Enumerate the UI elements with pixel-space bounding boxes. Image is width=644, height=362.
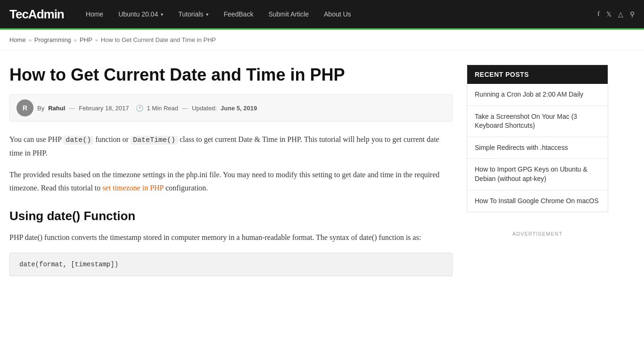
recent-posts-box: RECENT POSTS Running a Cron Job at 2:00 … [467, 65, 608, 212]
nav-home[interactable]: Home [78, 0, 111, 28]
nav-ubuntu[interactable]: Ubuntu 20.04 ▾ [111, 0, 171, 28]
meta-by: By [37, 105, 44, 112]
article-content: You can use PHP date() function or DateT… [9, 133, 453, 276]
nav-submit-article[interactable]: Submit Article [261, 0, 316, 28]
meta-separator: — [182, 105, 188, 112]
section1-p1: PHP date() function converts the timesta… [9, 231, 453, 244]
code-block-1: date(format, [timestamp]) [9, 253, 453, 276]
nav-feedback[interactable]: FeedBack [216, 0, 261, 28]
article-intro1: You can use PHP date() function or DateT… [9, 133, 453, 160]
twitter-icon[interactable]: 𝕏 [606, 10, 611, 18]
breadcrumb-sep: » [95, 37, 98, 43]
article-title: How to Get Current Date and Time in PHP [9, 65, 453, 85]
recent-posts-header: RECENT POSTS [467, 65, 608, 84]
section1-title: Using date() Function [9, 209, 453, 223]
meta-separator: — [69, 105, 75, 112]
chevron-down-icon: ▾ [161, 12, 163, 17]
recent-post-item[interactable]: Running a Cron Job at 2:00 AM Daily [467, 84, 608, 106]
breadcrumb-sep: » [74, 37, 77, 43]
avatar: R [17, 99, 33, 116]
nav-about-us[interactable]: About Us [316, 0, 359, 28]
breadcrumb-php[interactable]: PHP [80, 36, 92, 43]
main-container: How to Get Current Date and Time in PHP … [0, 50, 644, 290]
nav-tutorials[interactable]: Tutorials ▾ [171, 0, 216, 28]
site-header: TecAdmin Home Ubuntu 20.04 ▾ Tutorials ▾… [0, 0, 644, 28]
main-nav: Home Ubuntu 20.04 ▾ Tutorials ▾ FeedBack… [78, 0, 598, 28]
instagram-icon[interactable]: △ [618, 10, 623, 18]
breadcrumb-current: How to Get Current Date and Time in PHP [101, 36, 216, 43]
breadcrumb-sep: » [29, 37, 32, 43]
meta-author[interactable]: Rahul [48, 105, 65, 112]
recent-post-item[interactable]: Take a Screenshot On Your Mac (3 Keyboar… [467, 106, 608, 137]
site-logo[interactable]: TecAdmin [9, 7, 64, 22]
breadcrumb: Home » Programming » PHP » How to Get Cu… [0, 30, 644, 50]
meta-read-time: 1 Min Read [147, 105, 178, 112]
social-icons: f 𝕏 △ ⚲ [597, 10, 635, 18]
meta-date: February 18, 2017 [79, 105, 129, 112]
timezone-link[interactable]: set timezone in PHP [102, 184, 164, 192]
search-icon[interactable]: ⚲ [630, 10, 635, 18]
breadcrumb-home[interactable]: Home [9, 36, 26, 43]
breadcrumb-programming[interactable]: Programming [34, 36, 71, 43]
meta-updated-date: June 5, 2019 [221, 105, 257, 112]
recent-post-item[interactable]: How to Import GPG Keys on Ubuntu & Debia… [467, 159, 608, 190]
article-area: How to Get Current Date and Time in PHP … [9, 65, 453, 276]
facebook-icon[interactable]: f [597, 10, 600, 18]
sidebar-advertisement: ADVERTISEMENT [467, 226, 608, 237]
recent-post-item[interactable]: Simple Redirects with .htaccess [467, 137, 608, 159]
chevron-down-icon: ▾ [206, 12, 208, 17]
meta-bar: R By Rahul — February 18, 2017 🕐 1 Min R… [9, 94, 453, 122]
recent-post-item[interactable]: How To Install Google Chrome On macOS [467, 190, 608, 212]
sidebar: RECENT POSTS Running a Cron Job at 2:00 … [467, 65, 608, 276]
article-intro2: The provided results based on the timezo… [9, 168, 453, 195]
meta-updated-label: Updated: [192, 105, 217, 112]
meta-clock-icon: 🕐 [136, 105, 143, 112]
